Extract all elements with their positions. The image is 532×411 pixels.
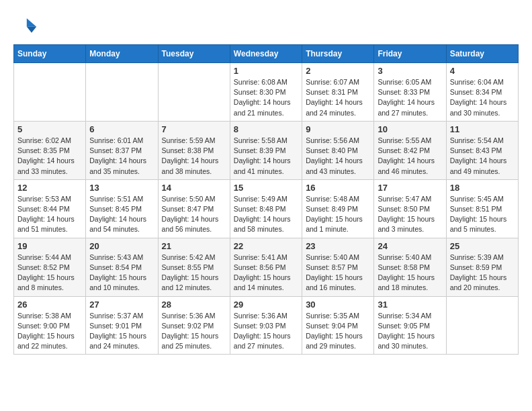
day-number: 4 xyxy=(450,66,515,76)
calendar-cell: 9Sunrise: 5:56 AM Sunset: 8:40 PM Daylig… xyxy=(302,121,374,179)
day-info: Sunrise: 5:40 AM Sunset: 8:58 PM Dayligh… xyxy=(378,253,442,293)
svg-marker-0 xyxy=(27,18,36,27)
svg-marker-1 xyxy=(27,27,36,33)
calendar-cell: 29Sunrise: 5:36 AM Sunset: 9:03 PM Dayli… xyxy=(230,296,302,355)
calendar-cell: 12Sunrise: 5:53 AM Sunset: 8:44 PM Dayli… xyxy=(14,179,86,238)
day-number: 27 xyxy=(89,300,154,310)
calendar-week-row: 5Sunrise: 6:02 AM Sunset: 8:35 PM Daylig… xyxy=(14,121,519,179)
calendar-cell: 19Sunrise: 5:44 AM Sunset: 8:52 PM Dayli… xyxy=(14,238,86,296)
calendar-cell: 31Sunrise: 5:34 AM Sunset: 9:05 PM Dayli… xyxy=(374,296,446,355)
day-number: 8 xyxy=(234,124,298,134)
calendar-cell: 17Sunrise: 5:47 AM Sunset: 8:50 PM Dayli… xyxy=(374,179,446,238)
calendar-cell: 24Sunrise: 5:40 AM Sunset: 8:58 PM Dayli… xyxy=(374,238,446,296)
weekday-header: Thursday xyxy=(302,45,374,63)
day-info: Sunrise: 5:47 AM Sunset: 8:50 PM Dayligh… xyxy=(378,194,442,235)
logo xyxy=(13,13,40,38)
logo-icon xyxy=(13,13,38,38)
day-info: Sunrise: 5:59 AM Sunset: 8:38 PM Dayligh… xyxy=(162,136,226,177)
calendar-cell: 2Sunrise: 6:07 AM Sunset: 8:31 PM Daylig… xyxy=(302,63,374,122)
day-info: Sunrise: 5:37 AM Sunset: 9:01 PM Dayligh… xyxy=(89,311,154,352)
day-number: 18 xyxy=(450,183,515,193)
day-number: 29 xyxy=(234,300,298,310)
day-info: Sunrise: 5:42 AM Sunset: 8:55 PM Dayligh… xyxy=(162,253,226,293)
calendar-cell: 6Sunrise: 6:01 AM Sunset: 8:37 PM Daylig… xyxy=(86,121,158,179)
day-number: 20 xyxy=(89,241,154,251)
day-info: Sunrise: 5:35 AM Sunset: 9:04 PM Dayligh… xyxy=(306,311,370,352)
calendar-week-row: 1Sunrise: 6:08 AM Sunset: 8:30 PM Daylig… xyxy=(14,63,519,122)
calendar-table: SundayMondayTuesdayWednesdayThursdayFrid… xyxy=(13,44,519,355)
day-info: Sunrise: 5:50 AM Sunset: 8:47 PM Dayligh… xyxy=(162,194,226,235)
weekday-header: Wednesday xyxy=(230,45,302,63)
day-number: 1 xyxy=(234,66,298,76)
calendar-cell: 28Sunrise: 5:36 AM Sunset: 9:02 PM Dayli… xyxy=(158,296,230,355)
calendar-header: SundayMondayTuesdayWednesdayThursdayFrid… xyxy=(14,45,519,63)
day-number: 17 xyxy=(378,183,442,193)
calendar-cell: 14Sunrise: 5:50 AM Sunset: 8:47 PM Dayli… xyxy=(158,179,230,238)
calendar-cell: 5Sunrise: 6:02 AM Sunset: 8:35 PM Daylig… xyxy=(14,121,86,179)
calendar-cell: 15Sunrise: 5:49 AM Sunset: 8:48 PM Dayli… xyxy=(230,179,302,238)
day-number: 13 xyxy=(89,183,154,193)
calendar-cell: 11Sunrise: 5:54 AM Sunset: 8:43 PM Dayli… xyxy=(446,121,518,179)
calendar-cell: 30Sunrise: 5:35 AM Sunset: 9:04 PM Dayli… xyxy=(302,296,374,355)
day-number: 19 xyxy=(17,241,82,251)
weekday-header: Monday xyxy=(86,45,158,63)
day-info: Sunrise: 6:07 AM Sunset: 8:31 PM Dayligh… xyxy=(306,77,370,118)
calendar-cell: 3Sunrise: 6:05 AM Sunset: 8:33 PM Daylig… xyxy=(374,63,446,122)
weekday-header: Saturday xyxy=(446,45,518,63)
day-number: 28 xyxy=(162,300,226,310)
day-number: 14 xyxy=(162,183,226,193)
calendar-body: 1Sunrise: 6:08 AM Sunset: 8:30 PM Daylig… xyxy=(14,63,519,355)
calendar-week-row: 19Sunrise: 5:44 AM Sunset: 8:52 PM Dayli… xyxy=(14,238,519,296)
day-info: Sunrise: 5:51 AM Sunset: 8:45 PM Dayligh… xyxy=(89,194,154,235)
calendar-cell: 21Sunrise: 5:42 AM Sunset: 8:55 PM Dayli… xyxy=(158,238,230,296)
weekday-header: Friday xyxy=(374,45,446,63)
day-info: Sunrise: 5:48 AM Sunset: 8:49 PM Dayligh… xyxy=(306,194,370,235)
day-info: Sunrise: 5:43 AM Sunset: 8:54 PM Dayligh… xyxy=(89,253,154,293)
day-number: 23 xyxy=(306,241,370,251)
weekday-header: Sunday xyxy=(14,45,86,63)
day-info: Sunrise: 5:34 AM Sunset: 9:05 PM Dayligh… xyxy=(378,311,442,352)
day-number: 5 xyxy=(17,124,82,134)
day-info: Sunrise: 6:01 AM Sunset: 8:37 PM Dayligh… xyxy=(89,136,154,177)
calendar-week-row: 12Sunrise: 5:53 AM Sunset: 8:44 PM Dayli… xyxy=(14,179,519,238)
calendar-cell xyxy=(86,63,158,122)
day-number: 26 xyxy=(17,300,82,310)
day-number: 16 xyxy=(306,183,370,193)
day-info: Sunrise: 5:54 AM Sunset: 8:43 PM Dayligh… xyxy=(450,136,515,177)
day-number: 11 xyxy=(450,124,515,134)
calendar-cell: 25Sunrise: 5:39 AM Sunset: 8:59 PM Dayli… xyxy=(446,238,518,296)
day-number: 7 xyxy=(162,124,226,134)
day-number: 12 xyxy=(17,183,82,193)
day-info: Sunrise: 5:58 AM Sunset: 8:39 PM Dayligh… xyxy=(234,136,298,177)
calendar-cell xyxy=(158,63,230,122)
day-number: 31 xyxy=(378,300,442,310)
day-number: 6 xyxy=(89,124,154,134)
day-info: Sunrise: 6:04 AM Sunset: 8:34 PM Dayligh… xyxy=(450,77,515,118)
day-info: Sunrise: 5:56 AM Sunset: 8:40 PM Dayligh… xyxy=(306,136,370,177)
weekday-row: SundayMondayTuesdayWednesdayThursdayFrid… xyxy=(14,45,519,63)
day-info: Sunrise: 5:44 AM Sunset: 8:52 PM Dayligh… xyxy=(17,253,82,293)
day-info: Sunrise: 6:05 AM Sunset: 8:33 PM Dayligh… xyxy=(378,77,442,118)
day-info: Sunrise: 5:55 AM Sunset: 8:42 PM Dayligh… xyxy=(378,136,442,177)
weekday-header: Tuesday xyxy=(158,45,230,63)
day-number: 10 xyxy=(378,124,442,134)
calendar-cell: 8Sunrise: 5:58 AM Sunset: 8:39 PM Daylig… xyxy=(230,121,302,179)
day-info: Sunrise: 5:36 AM Sunset: 9:03 PM Dayligh… xyxy=(234,311,298,352)
day-info: Sunrise: 6:02 AM Sunset: 8:35 PM Dayligh… xyxy=(17,136,82,177)
calendar-cell: 4Sunrise: 6:04 AM Sunset: 8:34 PM Daylig… xyxy=(446,63,518,122)
calendar-cell: 10Sunrise: 5:55 AM Sunset: 8:42 PM Dayli… xyxy=(374,121,446,179)
day-number: 30 xyxy=(306,300,370,310)
day-number: 2 xyxy=(306,66,370,76)
day-info: Sunrise: 5:40 AM Sunset: 8:57 PM Dayligh… xyxy=(306,253,370,293)
day-number: 15 xyxy=(234,183,298,193)
calendar-cell: 26Sunrise: 5:38 AM Sunset: 9:00 PM Dayli… xyxy=(14,296,86,355)
calendar-week-row: 26Sunrise: 5:38 AM Sunset: 9:00 PM Dayli… xyxy=(14,296,519,355)
calendar-cell xyxy=(14,63,86,122)
calendar-cell: 27Sunrise: 5:37 AM Sunset: 9:01 PM Dayli… xyxy=(86,296,158,355)
day-number: 25 xyxy=(450,241,515,251)
day-info: Sunrise: 5:49 AM Sunset: 8:48 PM Dayligh… xyxy=(234,194,298,235)
calendar-cell xyxy=(446,296,518,355)
day-number: 21 xyxy=(162,241,226,251)
calendar-cell: 1Sunrise: 6:08 AM Sunset: 8:30 PM Daylig… xyxy=(230,63,302,122)
day-number: 24 xyxy=(378,241,442,251)
